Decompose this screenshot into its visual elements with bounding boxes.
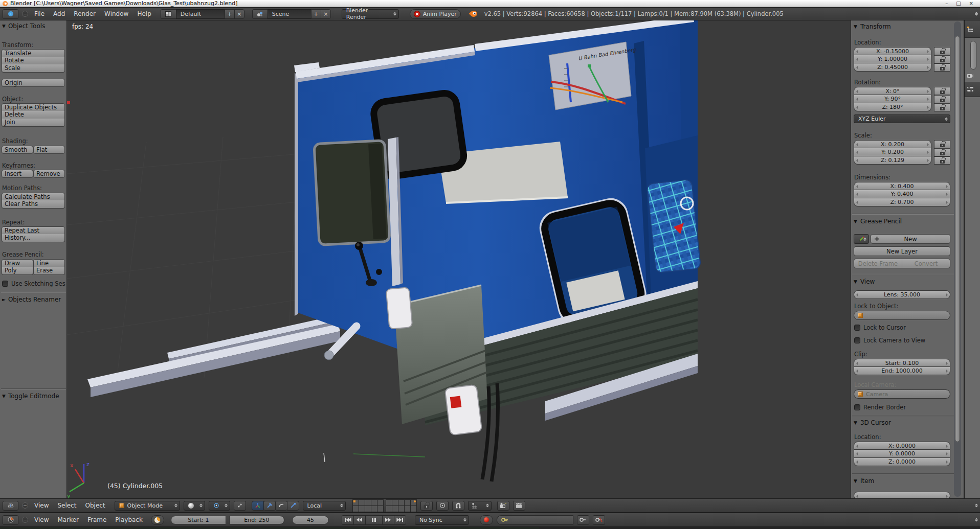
screen-layout-name-field[interactable]: Default — [176, 9, 225, 19]
menu-playback[interactable]: Playback — [113, 516, 145, 523]
cursor-z-field[interactable]: Z: 0.0000 — [854, 458, 950, 466]
render-opengl-button[interactable] — [497, 501, 509, 511]
jump-to-end-button[interactable] — [394, 515, 406, 525]
clear-paths-button[interactable]: Clear Paths — [2, 200, 65, 209]
lock-to-object-field[interactable] — [854, 311, 950, 320]
checkbox-icon[interactable] — [854, 325, 860, 331]
gp-new-layer-button[interactable]: New Layer — [854, 246, 950, 256]
transform-panel-header[interactable]: ▼Transform — [854, 23, 891, 30]
layer-cell-marked[interactable] — [411, 500, 416, 505]
lens-field[interactable]: Lens: 35.000 — [854, 290, 950, 299]
translate-manipulator-button[interactable] — [263, 501, 276, 511]
gp-convert-button[interactable]: Convert — [902, 259, 950, 268]
item-panel-header[interactable]: ▼Item — [854, 477, 874, 485]
lock-rotation-x-button[interactable] — [934, 87, 950, 95]
layers-grid-left[interactable] — [352, 499, 384, 512]
menu-object[interactable]: Object — [83, 502, 108, 509]
menu-marker[interactable]: Marker — [55, 516, 81, 523]
snap-element-dropdown[interactable] — [468, 501, 492, 511]
pivot-point-dropdown[interactable] — [209, 501, 230, 511]
anim-player-button[interactable]: Anim Player — [410, 9, 461, 19]
viewport-3d[interactable]: U-Bahn Bad Ehrenberg — [67, 20, 851, 498]
npanel-scrollbar-thumb[interactable] — [955, 36, 960, 442]
join-button[interactable]: Join — [2, 119, 65, 127]
lock-location-x-button[interactable] — [934, 47, 950, 55]
next-keyframe-button[interactable] — [382, 515, 394, 525]
local-camera-field[interactable]: Camera — [854, 389, 950, 399]
insert-keyframe-button[interactable]: Insert — [2, 170, 33, 178]
calculate-paths-button[interactable]: Calculate Paths — [2, 193, 65, 201]
lock-rotation-y-button[interactable] — [934, 95, 950, 103]
sync-mode-dropdown[interactable]: No Sync — [415, 515, 469, 525]
auto-keyframe-toggle[interactable] — [480, 515, 493, 525]
viewport-shading-dropdown[interactable] — [184, 501, 205, 511]
lock-scale-y-button[interactable] — [934, 148, 950, 156]
rotate-manipulator-button[interactable] — [275, 501, 287, 511]
dimension-x-field[interactable]: X: 0.400 — [854, 182, 950, 190]
menu-frame[interactable]: Frame — [85, 516, 109, 523]
delete-screen-layout-button[interactable]: × — [234, 9, 244, 19]
lock-location-z-button[interactable] — [934, 63, 950, 72]
timeline-content-strip[interactable] — [0, 527, 980, 529]
cursor-y-field[interactable]: Y: 0.0000 — [854, 450, 950, 458]
manipulate-center-points-toggle[interactable] — [234, 501, 246, 511]
add-screen-layout-button[interactable]: + — [225, 9, 235, 19]
view-panel-header[interactable]: ▼View — [854, 278, 875, 285]
render-opengl-anim-button[interactable] — [513, 501, 525, 511]
delete-keyframe-keyingset-button[interactable] — [593, 515, 605, 525]
grease-pencil-panel-header[interactable]: ▼Grease Pencil — [854, 218, 902, 225]
menu-render[interactable]: Render — [71, 10, 98, 17]
gp-line-button[interactable]: Line — [33, 259, 65, 267]
scale-y-field[interactable]: Y: 0.200 — [854, 148, 931, 156]
scale-button[interactable]: Scale — [2, 64, 65, 73]
maximize-button[interactable]: □ — [956, 1, 961, 6]
layer-cell-active[interactable] — [353, 500, 359, 505]
rotation-y-field[interactable]: Y: 90° — [854, 95, 931, 103]
repeat-last-button[interactable]: Repeat Last — [2, 226, 65, 235]
scale-x-field[interactable]: X: 0.200 — [854, 140, 931, 148]
rotation-mode-dropdown[interactable]: XYZ Euler — [854, 114, 950, 123]
scene-name-field[interactable]: Scene — [268, 9, 311, 19]
cursor-x-field[interactable]: X: 0.0000 — [854, 442, 950, 450]
transform-orientation-dropdown[interactable]: Local — [303, 501, 346, 511]
rotation-x-field[interactable]: X: 0° — [854, 87, 931, 95]
minimize-button[interactable]: – — [945, 1, 948, 6]
delete-button[interactable]: Delete — [2, 111, 65, 119]
current-frame-field[interactable]: 45 — [292, 516, 329, 524]
object-tools-panel-header[interactable]: ▼ Object Tools — [2, 22, 45, 30]
lock-location-y-button[interactable] — [934, 55, 950, 63]
proportional-edit-dropdown[interactable] — [436, 501, 449, 511]
checkbox-icon[interactable] — [854, 337, 860, 343]
rotate-button[interactable]: Rotate — [2, 57, 65, 65]
active-keying-set-field[interactable] — [497, 515, 573, 525]
screen-layout-selector[interactable] — [161, 9, 176, 19]
mode-dropdown[interactable]: Object Mode — [115, 501, 180, 511]
menu-view[interactable]: View — [32, 502, 51, 509]
location-z-field[interactable]: Z: 0.45000 — [854, 63, 931, 72]
gp-poly-button[interactable]: Poly — [2, 267, 33, 275]
render-border-row[interactable]: Render Border — [854, 404, 906, 411]
scale-manipulator-button[interactable] — [287, 501, 299, 511]
outliner-header-edge[interactable] — [965, 20, 980, 38]
outliner-scrollbar-thumb[interactable] — [970, 41, 976, 70]
collapse-menus-toggle[interactable]: − — [22, 11, 28, 17]
lock-to-cursor-row[interactable]: Lock to Cursor — [854, 324, 906, 331]
use-preview-range-toggle[interactable] — [151, 515, 164, 525]
menu-window[interactable]: Window — [102, 10, 131, 17]
clip-end-field[interactable]: End: 1000.000 — [854, 367, 950, 375]
menu-view[interactable]: View — [32, 516, 51, 523]
origin-button[interactable]: Origin — [2, 79, 65, 87]
checkbox-icon[interactable] — [854, 404, 860, 410]
close-button[interactable]: × — [969, 1, 973, 6]
collapse-menus-toggle[interactable]: − — [22, 502, 28, 509]
shade-smooth-button[interactable]: Smooth — [2, 146, 33, 154]
lock-to-scene-toggle[interactable] — [420, 501, 433, 511]
menu-file[interactable]: File — [32, 10, 47, 17]
toggle-editmode-panel-header[interactable]: ▼ Toggle Editmode — [2, 393, 59, 400]
cursor-panel-header[interactable]: ▼3D Cursor — [854, 419, 891, 426]
render-engine-dropdown[interactable]: Blender Render — [342, 9, 399, 19]
gp-data-source-dropdown[interactable] — [854, 234, 869, 244]
clip-start-field[interactable]: Start: 0.100 — [854, 359, 950, 367]
frame-start-field[interactable]: Start: 1 — [171, 516, 226, 524]
layers-grid-right[interactable] — [386, 499, 417, 512]
